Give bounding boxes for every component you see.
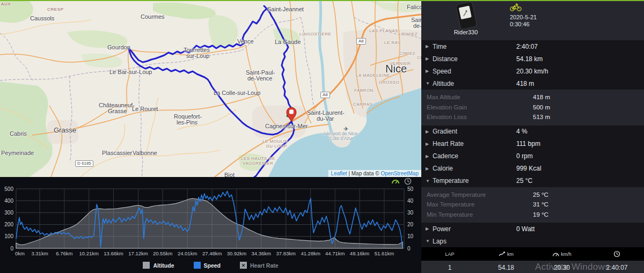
svg-text:40: 40 (407, 198, 414, 204)
map-label: Falicon (407, 4, 421, 10)
device-image (455, 3, 477, 28)
stat-label: Speed (433, 68, 451, 75)
detail-label: Average Temperature (427, 191, 486, 198)
device-name: Rider330 (443, 29, 489, 35)
chevron-down-icon: ▼ (426, 239, 433, 244)
stat-detail-row: Max Temperature31 °C (421, 200, 644, 210)
detail-value: 513 m (533, 114, 550, 120)
stat-row-speed[interactable]: ▶Speed20.30 km/h (421, 65, 644, 77)
stat-value: 418 m (516, 80, 534, 87)
map-label: VAUGRENIER (243, 161, 273, 166)
svg-text:10: 10 (407, 233, 414, 239)
activity-start-time: 0:30:46 (510, 21, 537, 28)
stat-row-laps[interactable]: ▼Laps (421, 235, 644, 247)
map-label: Cabris (10, 130, 27, 137)
map-label: CRESP (47, 7, 64, 12)
map-label: CIT (417, 55, 421, 60)
time-axis-toggle-icon[interactable] (404, 178, 412, 187)
map-label: sur-Loup (186, 53, 209, 59)
stat-row-heart-rate[interactable]: ▶Heart Rate111 bpm (421, 138, 644, 150)
laps-table-header: LAP km km/h (421, 247, 644, 261)
chart-legend: AltitudeSpeed✕Heart Rate (0, 262, 421, 269)
lap-row[interactable]: 154.1820.302:40:07 (421, 261, 644, 273)
stat-label: Gradient (433, 128, 457, 135)
lap-cell: 54.18 (478, 264, 534, 271)
svg-text:3.31km: 3.31km (31, 250, 48, 256)
map-label: LA MADELEINE (356, 73, 390, 78)
svg-text:17.12km: 17.12km (128, 250, 148, 256)
laps-rows: 154.1820.302:40:07 (421, 261, 644, 273)
stat-label: Calorie (433, 165, 453, 172)
map-label: Biot (224, 172, 235, 177)
stat-detail-row: Min Temperature19 °C (421, 210, 644, 220)
chevron-right-icon: ▶ (426, 44, 433, 49)
chevron-right-icon: ▶ (426, 154, 433, 159)
map-label: La Colle-sur-Loup (214, 90, 260, 96)
laps-col-lap: LAP (421, 252, 478, 257)
stat-value: 2:40:07 (516, 43, 538, 50)
stat-label: Cadence (433, 152, 458, 160)
svg-text:20.55km: 20.55km (153, 250, 173, 256)
svg-text:41.28km: 41.28km (301, 250, 320, 256)
altitude-speed-chart[interactable]: 0010010200203003040040500500km3.31km6.76… (0, 177, 421, 259)
chevron-down-icon: ▼ (426, 179, 433, 183)
stat-row-distance[interactable]: ▶Distance54.18 km (421, 53, 644, 65)
map-labels: AUXCRESPCaussolsCourmesSaint-JeannetGour… (0, 1, 421, 177)
route-map[interactable]: ✈ AUXCRESPCaussolsCourmesSaint-JeannetGo… (0, 1, 421, 177)
map-label: CARRAS (353, 102, 372, 107)
map-label: Grasse (108, 108, 127, 114)
detail-label: Max Altitude (427, 94, 460, 100)
svg-text:51.61km: 51.61km (375, 250, 394, 256)
detail-value: 25 °C (533, 191, 548, 198)
stat-row-time[interactable]: ▶Time2:40:07 (421, 40, 644, 53)
map-label: du-Var (317, 115, 334, 122)
speedometer-icon (552, 251, 559, 257)
stat-value: 25 °C (516, 177, 532, 185)
route-distance-icon (499, 251, 506, 257)
stat-row-altitude[interactable]: ▼Altitude418 m (421, 77, 644, 90)
svg-text:10.21km: 10.21km (79, 250, 99, 256)
stat-row-cadence[interactable]: ▶Cadence0 rpm (421, 150, 644, 163)
svg-text:30: 30 (407, 210, 414, 216)
stat-label: Temperature (433, 177, 469, 185)
map-label: Valbonne (133, 150, 157, 156)
stat-row-calorie[interactable]: ▶Calorie999 Kcal (421, 163, 644, 175)
svg-text:200: 200 (4, 222, 13, 227)
stat-label: Laps (433, 238, 447, 245)
stat-value: 999 Kcal (516, 165, 541, 172)
stat-label: Power (433, 225, 451, 233)
svg-text:0: 0 (407, 246, 411, 252)
detail-label: Elevation Loss (427, 114, 467, 120)
map-label: de-la (413, 23, 421, 29)
map-label: GROSSO (379, 80, 399, 85)
legend-item-altitude[interactable]: Altitude (143, 262, 174, 269)
map-label: CIMIEZ (399, 51, 415, 56)
chevron-right-icon: ▶ (426, 142, 433, 146)
map-label: Vence (237, 38, 254, 45)
stat-detail-block: Average Temperature25 °CMax Temperature3… (421, 187, 644, 223)
svg-text:0km: 0km (15, 250, 25, 256)
svg-text:37.83km: 37.83km (276, 250, 296, 256)
map-label: A8 (356, 38, 366, 45)
leaflet-link[interactable]: Leaflet (331, 171, 347, 176)
distance-axis-toggle-icon[interactable] (391, 178, 400, 187)
detail-label: Min Temperature (427, 211, 473, 218)
laps-col-speed: km/h (534, 251, 590, 257)
stat-detail-row: Average Temperature25 °C (421, 190, 644, 200)
svg-text:300: 300 (4, 210, 13, 216)
activity-chart-panel: 0010010200203003040040500500km3.31km6.76… (0, 177, 421, 273)
stat-row-gradient[interactable]: ▶Gradient4 % (421, 126, 644, 138)
stat-label: Time (433, 43, 447, 50)
map-label: Côte d'Azur (330, 136, 353, 141)
stat-row-temperature[interactable]: ▼Temperature25 °C (421, 175, 644, 187)
map-label: A8 (320, 92, 330, 98)
legend-item-speed[interactable]: Speed (194, 262, 221, 269)
stat-row-power[interactable]: ▶Power0 Watt (421, 223, 644, 235)
map-label: DU LOUP (266, 144, 287, 149)
map-label: LE MOULIN (262, 139, 288, 144)
laps-table: LAP km km/h 154.1820.302:40:07 (421, 247, 644, 273)
osm-link[interactable]: OpenStreetMap (380, 171, 419, 176)
legend-item-heart-rate[interactable]: ✕Heart Rate (240, 262, 279, 269)
top-accent-line (0, 0, 644, 1)
chevron-right-icon: ▶ (426, 129, 433, 134)
